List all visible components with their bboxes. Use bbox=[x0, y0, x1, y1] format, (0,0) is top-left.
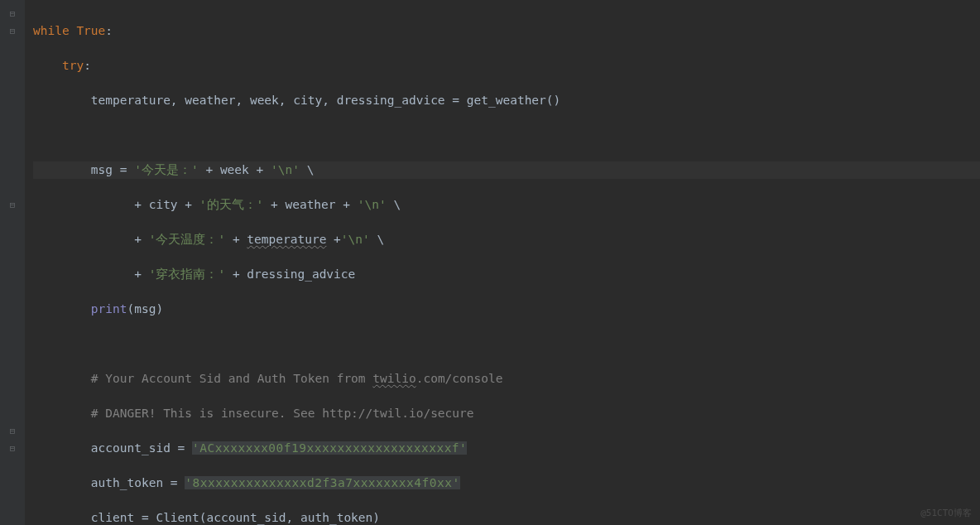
fold-end-icon: ⊟ bbox=[10, 425, 16, 438]
fold-end-icon: ⊟ bbox=[10, 199, 16, 212]
code-editor[interactable]: ⊟ ⊟ ⊟ ⊟ ⊟ while True: try: temperature, … bbox=[0, 0, 980, 525]
comment: # Your Account Sid and Auth Token from t… bbox=[91, 372, 503, 385]
kw-while: while bbox=[33, 24, 76, 37]
kw-try: try bbox=[62, 59, 84, 72]
fold-open-icon: ⊟ bbox=[10, 7, 16, 21]
fold-open-icon: ⊟ bbox=[10, 442, 16, 455]
client-assign: client = Client(account_sid, auth_token) bbox=[91, 511, 380, 524]
fold-marker[interactable]: ⊟ bbox=[0, 440, 25, 457]
fold-marker[interactable]: ⊟ bbox=[0, 196, 25, 214]
redacted-sid: 'ACxxxxxxx00f19xxxxxxxxxxxxxxxxxxxf' bbox=[192, 441, 467, 455]
kw-true: True bbox=[76, 24, 105, 37]
fold-marker[interactable]: ⊟ bbox=[0, 422, 25, 440]
comment: # DANGER! This is insecure. See http://t… bbox=[91, 407, 474, 420]
fold-open-icon: ⊟ bbox=[10, 25, 16, 38]
code-area[interactable]: while True: try: temperature, weather, w… bbox=[25, 0, 980, 525]
highlighted-line: msg = '今天是：' + week + '\n' \ bbox=[33, 161, 980, 179]
warning-squiggle: temperature bbox=[247, 233, 326, 246]
watermark: @51CTO博客 bbox=[920, 507, 972, 520]
builtin-print: print bbox=[91, 302, 127, 315]
gutter: ⊟ ⊟ ⊟ ⊟ ⊟ bbox=[0, 0, 25, 525]
redacted-token: '8xxxxxxxxxxxxxxd2f3a7xxxxxxxx4f0xx' bbox=[185, 476, 459, 489]
assignment: temperature, weather, week, city, dressi… bbox=[91, 94, 560, 107]
fold-marker[interactable]: ⊟ bbox=[0, 22, 25, 40]
fold-marker[interactable]: ⊟ bbox=[0, 5, 25, 22]
